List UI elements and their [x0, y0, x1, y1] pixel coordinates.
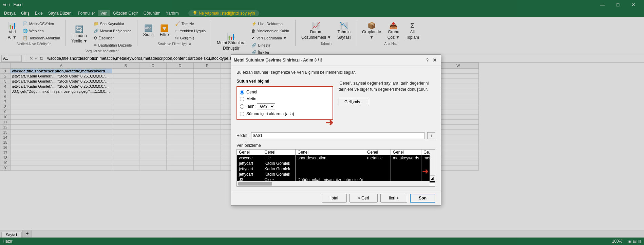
tarih-select[interactable]: GAY GYA AGY — [257, 103, 275, 109]
radio-atla: Sütunu içeri aktarma (atla) — [240, 111, 330, 116]
target-input[interactable] — [251, 132, 424, 139]
preview-cell-4-3 — [296, 172, 365, 177]
radio-tarih-input[interactable] — [240, 104, 244, 109]
gelismis-btn[interactable]: Gelişmiş... — [339, 98, 369, 106]
cancel-btn[interactable]: İptal — [322, 194, 347, 203]
dialog-footer: İptal < Geri İleri > Son — [231, 191, 441, 205]
dialog-help-text: Bu ekran sütunları seçmenize ve Veri Biç… — [236, 70, 435, 75]
preview-cell-3-1: jettycart — [237, 166, 262, 172]
preview-cell-4-1: jettycart — [237, 172, 262, 177]
preview-row-3: jettycart Kadın Gömlek — [237, 166, 435, 172]
target-row: Hedef: ↑ — [236, 132, 435, 139]
preview-hscroll[interactable] — [237, 181, 430, 186]
dialog-titlebar-controls: ? ✕ — [426, 57, 438, 64]
dialog-title: Metni Sütunlara Çevirme Sihirbazı - Adım… — [234, 58, 322, 63]
target-label: Hedef: — [236, 133, 248, 138]
preview-cell-3-4 — [365, 166, 391, 172]
preview-col-4: Genel — [365, 150, 391, 155]
finish-btn[interactable]: Son — [410, 194, 435, 203]
dialog-right: 'Genel', sayısal değerleri sayılara, tar… — [339, 79, 435, 128]
preview-col-2: Genel — [262, 150, 296, 155]
preview-table: Genel Genel Genel Genel Genel Ge... wsco… — [237, 150, 435, 182]
next-btn[interactable]: İleri > — [380, 194, 408, 203]
preview-section: Veri önizleme Genel Genel Genel Genel Ge… — [236, 143, 435, 187]
preview-cell-3-5 — [391, 166, 421, 172]
preview-row-2: jettycart Kadın Gömlek — [237, 161, 435, 166]
preview-col-1: Genel — [237, 150, 262, 155]
preview-cell-4-4 — [365, 172, 391, 177]
preview-cell-4-2: Kadın Gömlek — [262, 172, 296, 177]
radio-metin: Metin — [240, 97, 330, 101]
preview-cell-1-3: shortdescription — [296, 155, 365, 161]
preview-row-4: jettycart Kadın Gömlek — [237, 172, 435, 177]
arrow-container: ➜ — [236, 117, 333, 128]
dialog-titlebar: Metni Sütunlara Çevirme Sihirbazı - Adım… — [231, 55, 441, 66]
radio-tarih-label[interactable]: Tarih: — [246, 104, 255, 109]
dialog-columns: Sütun veri biçimi Genel Metin Tarih: — [236, 79, 435, 128]
radio-group: Genel Metin Tarih: GAY GYA AGY — [236, 86, 333, 120]
column-format-label: Sütun veri biçimi — [236, 79, 333, 84]
dialog-left: Sütun veri biçimi Genel Metin Tarih: — [236, 79, 333, 128]
preview-col-3: Genel — [296, 150, 365, 155]
dialog-body: Bu ekran sütunları seçmenize ve Veri Biç… — [231, 66, 441, 191]
preview-cell-2-4 — [365, 161, 391, 166]
radio-tarih: Tarih: GAY GYA AGY — [240, 103, 330, 109]
preview-label: Veri önizleme — [236, 143, 435, 148]
preview-cell-2-3 — [296, 161, 365, 166]
preview-cell-2-5 — [391, 161, 421, 166]
radio-metin-label[interactable]: Metin — [246, 97, 256, 101]
preview-cell-3-2: Kadın Gömlek — [262, 166, 296, 172]
radio-atla-label[interactable]: Sütunu içeri aktarma (atla) — [246, 111, 294, 116]
preview-right-arrow: ➜ — [422, 167, 428, 176]
dialog-close-btn[interactable]: ✕ — [431, 57, 438, 64]
preview-cell-1-2: title — [262, 155, 296, 161]
preview-cell-1-1: wscode — [237, 155, 262, 161]
radio-genel-input[interactable] — [240, 90, 244, 94]
red-arrow-right: ➜ — [325, 117, 333, 128]
preview-row-header: wscode title shortdescription metatitle … — [237, 155, 435, 161]
preview-col-5: Genel — [391, 150, 421, 155]
radio-genel-label[interactable]: Genel — [246, 90, 257, 94]
dialog-help-btn[interactable]: ? — [426, 57, 429, 63]
dialog-description: 'Genel', sayısal değerleri sayılara, tar… — [339, 80, 435, 92]
preview-corner[interactable]: ◢ — [430, 175, 435, 181]
back-btn[interactable]: < Geri — [349, 194, 378, 203]
radio-metin-input[interactable] — [240, 97, 244, 101]
preview-cell-4-5 — [391, 172, 421, 177]
radio-genel: Genel — [240, 90, 330, 94]
preview-cell-1-5: metakeywords — [391, 155, 421, 161]
preview-cell-3-3 — [296, 166, 365, 172]
dialog: Metni Sütunlara Çevirme Sihirbazı - Adım… — [231, 54, 441, 206]
radio-atla-input[interactable] — [240, 112, 244, 116]
preview-cell-1-4: metatitle — [365, 155, 391, 161]
preview-cell-2-2: Kadın Gömlek — [262, 161, 296, 166]
preview-cell-2-1: jettycart — [237, 161, 262, 166]
preview-hscroll-thumb[interactable] — [238, 182, 272, 186]
target-collapse-btn[interactable]: ↑ — [427, 132, 435, 139]
preview-container[interactable]: Genel Genel Genel Genel Genel Ge... wsco… — [236, 149, 435, 187]
